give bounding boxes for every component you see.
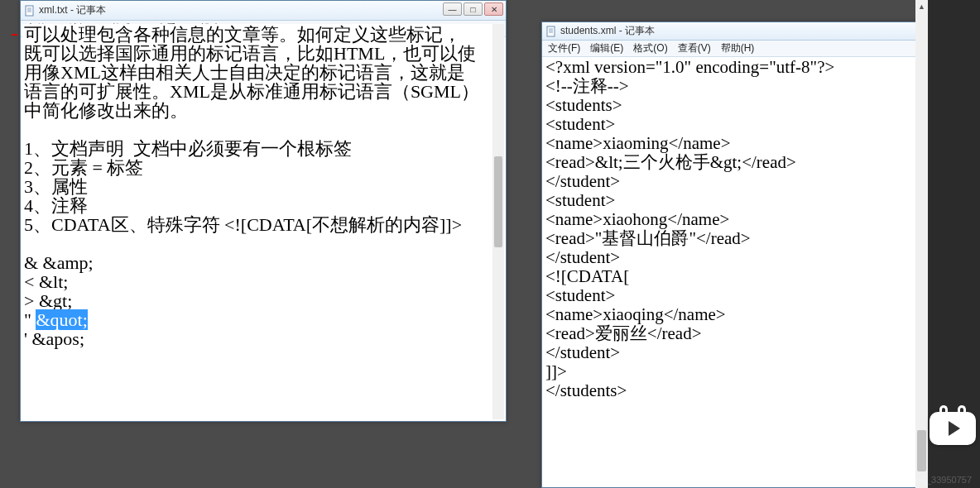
text-area-left[interactable]: 可以处理包含各种信息的文章等。如何定义这些标记，既可以选择国际通用的标记语言，比…: [22, 24, 492, 419]
video-play-button[interactable]: [930, 412, 976, 445]
document-icon: [24, 5, 36, 17]
titlebar-left[interactable]: xml.txt - 记事本 — □ ✕: [21, 1, 506, 21]
window-title: xml.txt - 记事本: [39, 3, 106, 17]
notepad-window-right: students.xml - 记事本 文件(F) 编辑(E) 格式(O) 查看(…: [541, 22, 927, 488]
minimize-button[interactable]: —: [443, 2, 462, 16]
notepad-window-left: xml.txt - 记事本 — □ ✕ 文件(F) 编辑(E) 格式(O) 查看…: [20, 0, 507, 422]
red-caret-mark: [12, 34, 17, 36]
titlebar-right[interactable]: students.xml - 记事本: [542, 22, 926, 41]
window-controls: — □ ✕: [443, 2, 503, 16]
svg-rect-0: [26, 6, 33, 16]
text-area-right[interactable]: <?xml version="1.0" encoding="utf-8"?><!…: [544, 57, 925, 486]
watermark-text: blog.csdn.net/weixin_33950757: [844, 475, 972, 485]
window-title: students.xml - 记事本: [560, 24, 655, 38]
menu-edit[interactable]: 编辑(E): [588, 41, 626, 56]
document-icon: [545, 26, 557, 37]
page-scrollbar-thumb[interactable]: [917, 430, 926, 471]
page-scrollbar[interactable]: ▲: [915, 0, 928, 488]
scroll-up-icon[interactable]: ▲: [915, 0, 928, 12]
menu-help[interactable]: 帮助(H): [718, 41, 757, 56]
menu-format[interactable]: 格式(O): [631, 41, 670, 56]
menu-view[interactable]: 查看(V): [675, 41, 713, 56]
menubar-right: 文件(F) 编辑(E) 格式(O) 查看(V) 帮助(H): [542, 41, 926, 57]
close-button[interactable]: ✕: [484, 2, 503, 16]
maximize-button[interactable]: □: [464, 2, 483, 16]
scrollbar-left[interactable]: [492, 24, 504, 419]
scrollbar-thumb[interactable]: [494, 156, 502, 247]
svg-rect-1: [547, 26, 555, 36]
play-icon: [949, 421, 960, 436]
menu-file[interactable]: 文件(F): [545, 41, 583, 56]
